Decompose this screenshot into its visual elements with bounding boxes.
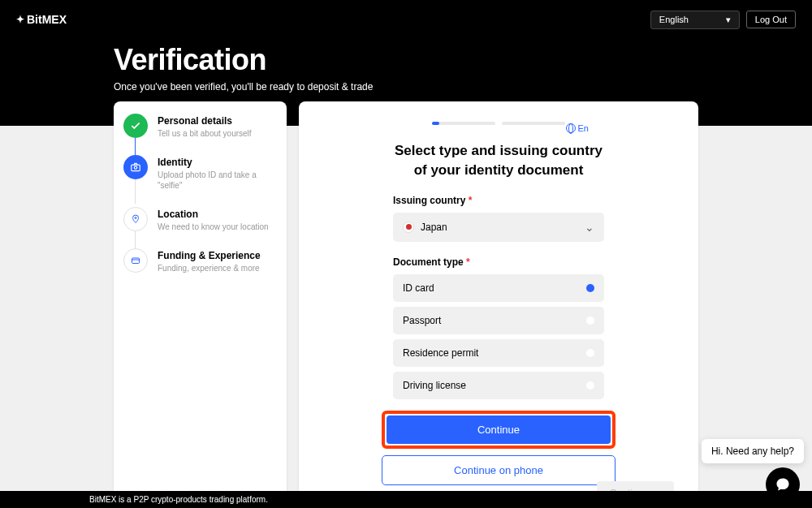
logo-text: BitMEX [27, 13, 67, 26]
svg-rect-3 [132, 258, 140, 264]
step-desc: Upload photo ID and take a "selfie" [158, 170, 277, 191]
step-desc: We need to know your location [158, 222, 269, 232]
doc-option-residence-permit[interactable]: Residence permit [393, 339, 604, 367]
page-title: Verification [114, 43, 796, 77]
continue-button[interactable]: Continue [387, 415, 611, 444]
document-type-label: Document type * [393, 256, 604, 268]
doc-option-label: Residence permit [403, 347, 478, 359]
radio-icon [586, 316, 594, 325]
doc-option-id-card[interactable]: ID card [393, 274, 604, 302]
continue-on-phone-button[interactable]: Continue on phone [382, 455, 615, 485]
step-location: Location We need to know your location [123, 207, 277, 232]
svg-point-2 [135, 217, 136, 219]
footer-text: BitMEX is a P2P crypto-products trading … [0, 491, 812, 508]
doc-option-label: ID card [403, 282, 434, 294]
step-title: Personal details [158, 115, 252, 127]
camera-icon [123, 155, 148, 179]
step-desc: Funding, experience & more [158, 263, 261, 273]
form-language-selector[interactable]: En [566, 123, 589, 133]
issuing-country-select[interactable]: Japan ⌄ [393, 213, 604, 242]
step-title: Identity [158, 157, 277, 168]
chat-button[interactable] [766, 467, 800, 502]
doc-option-driving-license[interactable]: Driving license [393, 372, 604, 399]
step-personal-details: Personal details Tell us a bit about you… [123, 114, 277, 139]
chevron-down-icon: ⌄ [585, 221, 594, 234]
progress-bar-2 [502, 122, 565, 125]
page-subtitle: Once you've been verified, you'll be rea… [114, 81, 796, 93]
doc-option-label: Driving license [403, 380, 466, 391]
progress-bar-1 [432, 122, 495, 125]
card-icon [123, 248, 148, 273]
logout-button[interactable]: Log Out [746, 11, 796, 28]
chat-icon [775, 476, 791, 493]
form-title: Select type and issuing country of your … [393, 141, 604, 180]
radio-icon [586, 381, 594, 390]
pin-icon [123, 207, 148, 231]
step-title: Location [158, 209, 269, 220]
radio-selected-icon [586, 284, 594, 292]
step-funding: Funding & Experience Funding, experience… [123, 248, 277, 273]
logo[interactable]: ✦ BitMEX [16, 13, 67, 26]
issuing-country-label: Issuing country * [393, 195, 604, 206]
chevron-down-icon: ▾ [726, 15, 731, 25]
globe-icon [566, 123, 576, 133]
doc-option-label: Passport [403, 315, 441, 326]
flag-japan-icon [403, 222, 414, 233]
svg-point-1 [134, 166, 137, 170]
step-title: Funding & Experience [158, 250, 261, 261]
step-identity: Identity Upload photo ID and take a "sel… [123, 155, 277, 191]
radio-icon [586, 349, 594, 357]
continue-button-highlight: Continue [382, 411, 615, 449]
form-language-label: En [578, 123, 589, 133]
svg-rect-0 [132, 165, 140, 171]
language-selector[interactable]: English ▾ [650, 11, 740, 29]
steps-sidebar: Personal details Tell us a bit about you… [114, 101, 287, 508]
doc-option-passport[interactable]: Passport [393, 307, 604, 334]
verification-form-panel: En Select type and issuing country of yo… [299, 101, 698, 508]
step-desc: Tell us a bit about yourself [158, 128, 252, 139]
logo-icon: ✦ [16, 14, 24, 25]
language-label: English [659, 15, 689, 24]
check-icon [123, 114, 148, 138]
country-value: Japan [421, 222, 447, 233]
